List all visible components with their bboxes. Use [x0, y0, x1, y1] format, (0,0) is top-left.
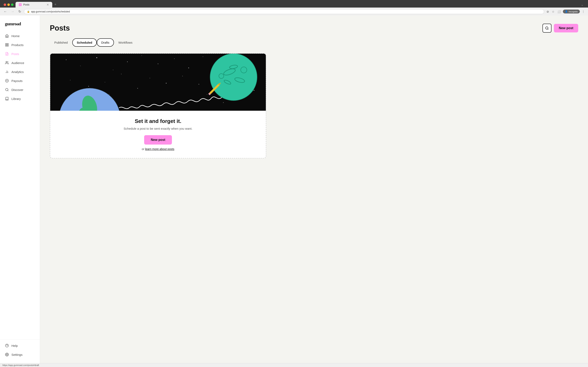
logo-text: gumroad — [5, 21, 21, 26]
sidebar-item-analytics[interactable]: Analytics — [0, 67, 40, 76]
sidebar-item-discover[interactable]: Discover — [0, 85, 40, 94]
tab-published[interactable]: Published — [50, 38, 72, 47]
lock-icon: 🔒 — [27, 10, 30, 13]
svg-point-52 — [254, 90, 254, 91]
forward-button[interactable]: → — [10, 9, 16, 14]
sidebar-item-products[interactable]: Products — [0, 40, 40, 49]
svg-line-14 — [8, 90, 8, 91]
browser-tab[interactable]: G Posts ✕ — [16, 2, 52, 8]
url-bar[interactable]: 🔒 app.gumroad.com/posts#scheduled — [24, 9, 544, 14]
svg-point-57 — [210, 54, 257, 100]
tab-scheduled[interactable]: Scheduled — [72, 38, 97, 47]
svg-rect-2 — [6, 45, 7, 46]
bookmark-icon[interactable]: ☆ — [551, 9, 555, 14]
header-actions: New post — [543, 24, 578, 33]
sidebar-item-library[interactable]: Library — [0, 94, 40, 103]
products-icon — [5, 43, 9, 47]
discover-icon — [5, 88, 9, 92]
url-text: app.gumroad.com/posts#scheduled — [31, 10, 541, 13]
new-post-button[interactable]: New post — [554, 24, 578, 33]
incognito-icon: 👤 — [565, 10, 568, 13]
sidebar-item-audience-label: Audience — [11, 61, 24, 65]
svg-rect-3 — [7, 45, 8, 46]
maximize-dot[interactable] — [11, 3, 13, 6]
svg-point-36 — [105, 82, 105, 82]
sidebar-nav: Home Products Posts Audien — [0, 31, 40, 359]
settings-icon — [5, 352, 9, 357]
window-controls — [2, 2, 16, 7]
minimize-dot[interactable] — [7, 3, 10, 6]
search-button[interactable] — [543, 24, 552, 33]
svg-point-50 — [223, 102, 224, 103]
search-icon — [545, 26, 549, 30]
library-icon — [5, 97, 9, 101]
sidebar-item-audience[interactable]: Audience — [0, 58, 40, 67]
new-tab-button[interactable]: + — [53, 2, 58, 8]
incognito-badge[interactable]: 👤 Incognito — [563, 9, 580, 13]
svg-point-24 — [113, 70, 113, 70]
camera-off-icon[interactable]: ⊘ — [546, 9, 550, 14]
payouts-icon — [5, 79, 9, 83]
nav-bar: ← → ↻ 🔒 app.gumroad.com/posts#scheduled … — [0, 8, 588, 16]
sidebar-item-help-label: Help — [11, 344, 18, 347]
illustration-container — [50, 54, 266, 111]
empty-state-description: Schedule a post to be sent exactly when … — [57, 127, 259, 130]
reload-button[interactable]: ↻ — [17, 9, 22, 14]
main-content: Posts New post Published Scheduled Draft… — [40, 16, 588, 363]
svg-rect-0 — [6, 43, 7, 44]
app-layout: gumroad Home Products P — [0, 16, 588, 363]
empty-state-card: Set it and forget it. Schedule a post to… — [50, 53, 266, 158]
extensions-icon[interactable]: ⬜ — [557, 9, 562, 14]
sidebar-item-payouts[interactable]: Payouts — [0, 76, 40, 85]
svg-point-17 — [7, 354, 8, 355]
sidebar-item-settings[interactable]: Settings — [0, 350, 40, 359]
page-header: Posts New post — [50, 24, 578, 33]
home-icon — [5, 34, 9, 38]
svg-point-23 — [96, 57, 97, 58]
tab-workflows[interactable]: Workflows — [114, 38, 137, 47]
sidebar-item-settings-label: Settings — [11, 353, 22, 356]
help-icon — [5, 343, 9, 348]
tab-drafts[interactable]: Drafts — [97, 38, 114, 47]
sidebar-bottom: Help Settings — [0, 339, 40, 359]
empty-state-new-post-button[interactable]: New post — [144, 135, 172, 145]
tab-favicon: G — [19, 3, 22, 6]
svg-point-35 — [88, 86, 89, 87]
or-text: or — [142, 147, 145, 151]
page-title: Posts — [50, 24, 70, 33]
svg-point-25 — [127, 62, 128, 62]
menu-button[interactable]: ⋮ — [581, 9, 586, 14]
close-dot[interactable] — [4, 3, 6, 6]
sidebar-item-library-label: Library — [11, 97, 21, 100]
svg-point-38 — [138, 88, 138, 89]
svg-point-37 — [121, 74, 121, 74]
sidebar-item-products-label: Products — [11, 43, 24, 47]
svg-point-13 — [6, 88, 8, 91]
sidebar-item-help[interactable]: Help — [0, 341, 40, 350]
incognito-label: Incognito — [569, 10, 578, 13]
svg-point-6 — [6, 61, 7, 63]
svg-point-27 — [158, 64, 158, 64]
empty-state-title: Set it and forget it. — [57, 118, 259, 124]
svg-point-28 — [174, 58, 174, 59]
tab-close-button[interactable]: ✕ — [47, 3, 49, 6]
svg-point-34 — [70, 80, 70, 80]
svg-point-18 — [545, 27, 548, 29]
sidebar-item-analytics-label: Analytics — [11, 70, 24, 74]
svg-rect-1 — [7, 43, 8, 44]
back-button[interactable]: ← — [2, 9, 8, 14]
sidebar: gumroad Home Products P — [0, 16, 40, 363]
space-illustration — [50, 54, 266, 111]
tab-title: Posts — [23, 3, 29, 6]
svg-point-48 — [109, 94, 109, 95]
svg-point-41 — [182, 76, 183, 76]
empty-state-learn-more-text: or learn more about posts — [57, 147, 259, 151]
tabs-bar: Published Scheduled Drafts Workflows — [50, 38, 578, 47]
audience-icon — [5, 61, 9, 65]
svg-point-42 — [199, 84, 199, 85]
tab-menu-button[interactable]: ⌄ — [580, 2, 585, 7]
sidebar-item-posts[interactable]: Posts — [0, 49, 40, 58]
learn-more-link[interactable]: learn more about posts — [145, 147, 174, 151]
sidebar-item-home[interactable]: Home — [0, 31, 40, 40]
svg-point-29 — [188, 67, 189, 68]
